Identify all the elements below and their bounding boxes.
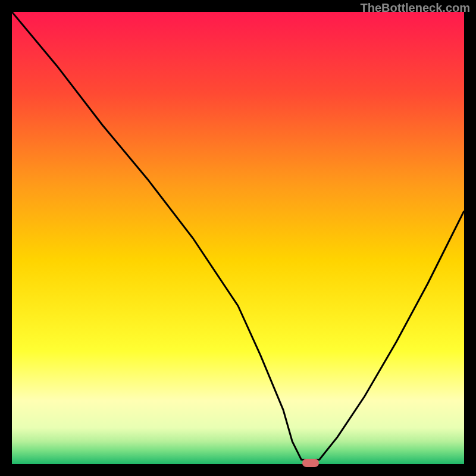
chart-svg — [12, 12, 464, 464]
watermark-label: TheBottleneck.com — [361, 1, 470, 15]
chart-plot-area — [12, 12, 464, 464]
gradient-background — [12, 12, 464, 464]
optimum-marker — [302, 459, 319, 467]
